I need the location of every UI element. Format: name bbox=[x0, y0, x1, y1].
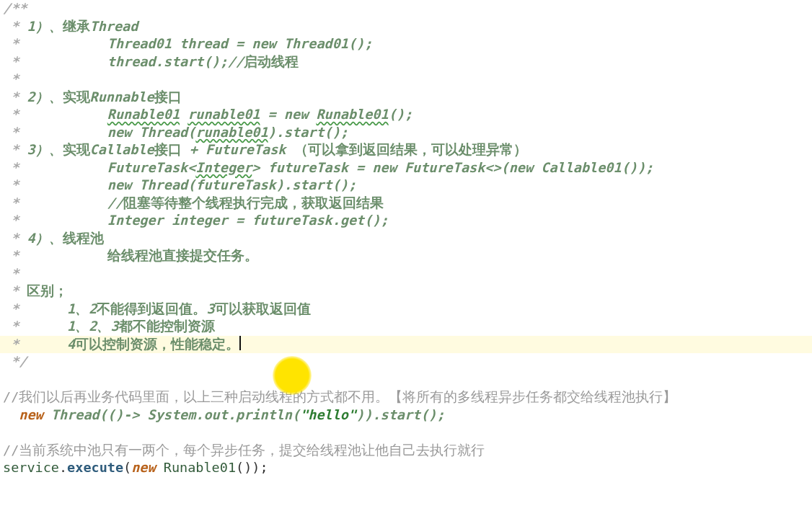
code-token: service bbox=[3, 460, 59, 475]
code-line[interactable]: * thread.start();//启动线程 bbox=[0, 53, 812, 71]
code-line[interactable] bbox=[0, 371, 812, 389]
code-line[interactable]: /** bbox=[0, 0, 812, 18]
code-token: （可以拿到返回结果，可以处理异常） bbox=[294, 142, 527, 157]
code-line[interactable]: * new Thread(runable01).start(); bbox=[0, 124, 812, 142]
code-token: 都不能控制资源 bbox=[119, 319, 215, 334]
code-line[interactable]: * 3）、实现Callable接口 + FutureTask （可以拿到返回结果… bbox=[0, 141, 812, 159]
code-line[interactable]: new Thread(()-> System.out.println("hell… bbox=[0, 406, 812, 424]
code-token: .println( bbox=[228, 407, 300, 422]
code-token: * bbox=[3, 231, 27, 246]
code-token bbox=[3, 424, 11, 440]
code-line[interactable]: * 2）、实现Runnable接口 bbox=[0, 89, 812, 107]
code-line[interactable]: * Integer integer = futureTask.get(); bbox=[0, 212, 812, 230]
code-token: 可以获取返回值 bbox=[215, 301, 311, 316]
code-token: * bbox=[3, 19, 27, 34]
text-caret bbox=[239, 336, 241, 350]
code-token: runable01 bbox=[187, 107, 260, 122]
code-token: (); bbox=[389, 107, 412, 122]
code-token: thread.start();// bbox=[107, 54, 244, 69]
code-token: > futureTask = new FutureTask<>(new Call… bbox=[252, 160, 653, 175]
code-line[interactable]: * 给线程池直接提交任务。 bbox=[0, 247, 812, 265]
code-line[interactable] bbox=[0, 424, 812, 442]
code-line[interactable]: * 1、2、3都不能控制资源 bbox=[0, 318, 812, 336]
code-token: 接口 bbox=[154, 89, 182, 105]
code-token: FutureTask< bbox=[107, 160, 196, 175]
code-token: 线程池 bbox=[63, 231, 104, 246]
code-line[interactable]: * Runable01 runable01 = new Runable01(); bbox=[0, 106, 812, 124]
code-line[interactable]: * 4可以控制资源，性能稳定。 bbox=[0, 336, 812, 354]
code-token: 接口 bbox=[154, 142, 182, 157]
code-token: ).start(); bbox=[268, 125, 348, 140]
code-token: * bbox=[3, 319, 67, 334]
code-token: //我们以后再业务代码里面，以上三种启动线程的方式都不用。【将所有的多线程异步任… bbox=[3, 389, 676, 404]
code-token: 不能得到返回值。 bbox=[97, 301, 206, 316]
code-token: 3）、 bbox=[27, 142, 62, 157]
code-token: 2）、 bbox=[27, 89, 62, 105]
code-token: * bbox=[3, 89, 27, 105]
code-token: * bbox=[3, 213, 107, 228]
code-token: * bbox=[3, 125, 107, 140]
code-line[interactable]: * FutureTask<Integer> futureTask = new F… bbox=[0, 159, 812, 177]
editor-viewport[interactable]: /** * 1）、继承Thread * Thread01 thread = ne… bbox=[0, 0, 812, 477]
code-token: * bbox=[3, 337, 67, 352]
code-token: Runable01 bbox=[316, 107, 388, 122]
code-token: * bbox=[3, 160, 107, 175]
code-token: 继承 bbox=[63, 19, 90, 34]
code-token: // bbox=[107, 195, 123, 210]
code-token: = new bbox=[260, 107, 316, 122]
code-line[interactable]: * bbox=[0, 265, 812, 283]
code-token: 1、2、3 bbox=[67, 319, 118, 334]
code-token: "hello" bbox=[300, 407, 356, 422]
code-line[interactable]: * bbox=[0, 71, 812, 89]
code-token: 4）、 bbox=[27, 231, 62, 246]
code-token: */ bbox=[3, 354, 27, 369]
code-line[interactable]: */ bbox=[0, 353, 812, 371]
code-token: 1）、 bbox=[27, 19, 62, 34]
code-line[interactable]: service.execute(new Runable01()); bbox=[0, 459, 812, 477]
code-token: * bbox=[3, 107, 107, 122]
code-token: * bbox=[3, 54, 107, 69]
code-token: )).start(); bbox=[356, 407, 445, 422]
code-token: * bbox=[3, 283, 27, 298]
code-token: * bbox=[3, 142, 27, 157]
code-token: new bbox=[19, 407, 43, 422]
code-token: ( bbox=[123, 460, 131, 475]
code-token: Callable bbox=[90, 142, 154, 157]
code-token: new bbox=[131, 460, 155, 475]
code-token: new Thread( bbox=[107, 125, 196, 140]
code-token bbox=[3, 407, 19, 422]
code-token bbox=[156, 460, 164, 475]
code-token: runable01 bbox=[195, 125, 268, 140]
code-token: Thread01 thread = new Thread01(); bbox=[107, 36, 373, 51]
code-token: 1、2 bbox=[67, 301, 97, 316]
code-token: 实现 bbox=[63, 142, 90, 157]
code-token: out bbox=[203, 407, 227, 422]
code-token: Thread bbox=[90, 19, 138, 34]
code-token: . bbox=[59, 460, 67, 475]
code-line[interactable]: * 1、2不能得到返回值。3可以获取返回值 bbox=[0, 301, 812, 319]
code-token bbox=[3, 372, 11, 387]
code-token bbox=[180, 107, 187, 122]
code-token: Integer integer = futureTask.get(); bbox=[107, 213, 389, 228]
code-token: + FutureTask bbox=[182, 142, 294, 157]
code-token: * bbox=[3, 71, 19, 86]
code-line[interactable]: //我们以后再业务代码里面，以上三种启动线程的方式都不用。【将所有的多线程异步任… bbox=[0, 388, 812, 406]
code-token: 给线程池直接提交任务。 bbox=[107, 248, 258, 263]
code-token: 可以控制资源，性能稳定。 bbox=[75, 337, 239, 352]
code-token: 阻塞等待整个线程执行完成，获取返回结果 bbox=[123, 195, 384, 210]
code-token: Thread(()-> System. bbox=[43, 407, 204, 422]
code-block[interactable]: /** * 1）、继承Thread * Thread01 thread = ne… bbox=[0, 0, 812, 477]
code-line[interactable]: * 4）、线程池 bbox=[0, 230, 812, 248]
code-line[interactable]: * 区别； bbox=[0, 283, 812, 301]
code-token: 启动线程 bbox=[244, 54, 299, 69]
code-token: 区别； bbox=[27, 283, 68, 298]
code-token: 3 bbox=[206, 301, 214, 316]
code-line[interactable]: //当前系统中池只有一两个，每个异步任务，提交给线程池让他自己去执行就行 bbox=[0, 442, 812, 460]
code-line[interactable]: * 1）、继承Thread bbox=[0, 18, 812, 36]
code-line[interactable]: * new Thread(futureTask).start(); bbox=[0, 177, 812, 195]
code-token: Runable01 bbox=[164, 460, 236, 475]
code-token: new Thread(futureTask).start(); bbox=[107, 177, 356, 192]
code-line[interactable]: * Thread01 thread = new Thread01(); bbox=[0, 35, 812, 53]
code-token: * bbox=[3, 195, 107, 210]
code-line[interactable]: * //阻塞等待整个线程执行完成，获取返回结果 bbox=[0, 195, 812, 213]
